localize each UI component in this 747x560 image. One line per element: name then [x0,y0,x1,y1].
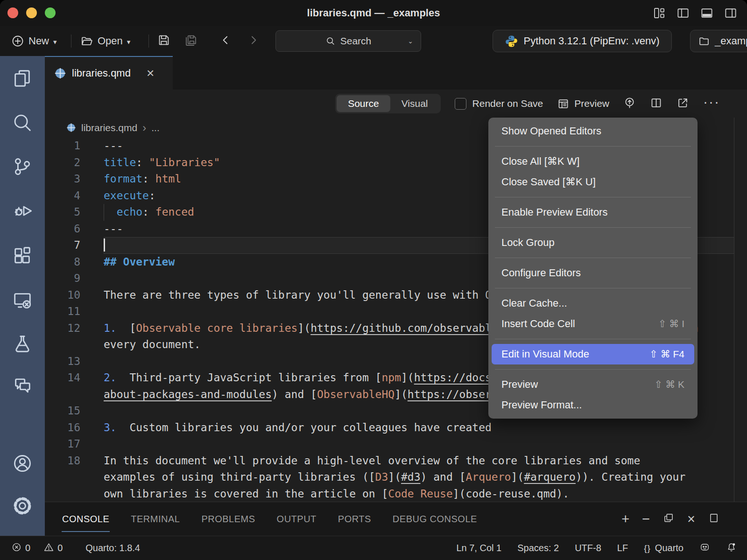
preview-button[interactable]: Preview [557,98,609,110]
testing-icon[interactable] [12,333,33,355]
panel-actions: + − × [621,502,720,536]
editor-context-menu: Show Opened EditorsClose All [⌘K W]Close… [488,118,698,419]
app-window: libraries.qmd — _examples New ▾ Open ▾ [0,0,747,560]
new-label: New [28,35,49,47]
menu-item[interactable]: Enable Preview Editors [488,202,698,223]
close-panel-icon[interactable]: × [687,512,695,526]
menu-item[interactable]: Clear Cache... [488,293,698,314]
code-text: format: html [104,171,181,188]
python-icon [505,35,518,48]
menu-item-shortcut: ⇧ ⌘ I [658,318,684,329]
panel-tab-debug-console[interactable]: DEBUG CONSOLE [382,502,488,536]
editor-actions-bar: Source Visual Render on Save Preview ··· [45,90,747,118]
menu-item[interactable]: Edit in Visual Mode⇧ ⌘ F4 [492,344,694,364]
new-console-plus-icon[interactable]: + [621,512,629,526]
search-input[interactable]: Search ⌄ [275,30,421,52]
panel-tab-terminal[interactable]: TERMINAL [120,502,190,536]
customize-layout-icon[interactable] [652,6,666,22]
restore-panel-icon[interactable] [662,512,675,526]
warning-icon[interactable] [43,542,54,555]
interpreter-selector[interactable]: Python 3.12.1 (PipEnv: .venv) [493,30,672,52]
folder-icon [698,35,710,47]
breadcrumb-file[interactable]: libraries.qmd [81,122,137,133]
activity-bar [0,56,45,536]
open-button[interactable]: Open ▾ [80,35,130,48]
panel-tab-output[interactable]: OUTPUT [266,502,327,536]
indentation[interactable]: Spaces: 2 [517,543,559,553]
new-button[interactable]: New ▾ [11,35,57,48]
notifications-bell-icon[interactable] [726,542,737,555]
menu-item[interactable]: Close All [⌘K W] [488,151,698,172]
quarto-file-icon [54,67,66,79]
close-tab-icon[interactable]: × [147,67,154,80]
toggle-primary-sidebar-icon[interactable] [676,6,690,22]
render-document-button[interactable] [623,97,636,111]
menu-item[interactable]: Configure Editors [488,263,698,283]
panel-tab-ports[interactable]: PORTS [327,502,382,536]
menu-item-shortcut: ⇧ ⌘ F4 [649,349,684,360]
line-number: 16 [45,420,80,436]
settings-gear-icon[interactable] [12,495,33,517]
line-number: 9 [45,270,80,287]
menu-divider [495,369,691,370]
split-editor-icon [650,97,662,109]
explorer-icon[interactable] [12,68,33,89]
panel-layout-icon[interactable] [708,512,720,526]
save-button[interactable] [157,33,171,49]
encoding[interactable]: UTF-8 [575,543,601,553]
render-on-save-checkbox[interactable] [455,98,466,110]
menu-item[interactable]: Insert Code Cell⇧ ⌘ I [488,314,698,334]
open-in-new-window-button[interactable] [677,97,689,111]
code-row[interactable]: 17 [45,436,747,453]
search-sidebar-icon[interactable] [12,112,33,133]
render-on-save-control[interactable]: Render on Save [455,98,543,110]
navigate-back-button[interactable] [218,33,233,49]
menu-item[interactable]: Lock Group [488,232,698,253]
visual-mode-button[interactable]: Visual [390,95,439,112]
breadcrumb-more[interactable]: ... [151,122,160,133]
tab-libraries-qmd[interactable]: libraries.qmd × [45,56,173,90]
quarto-version[interactable]: Quarto: 1.8.4 [85,543,140,553]
account-icon[interactable] [12,453,33,474]
warning-count[interactable]: 0 [57,543,63,553]
code-row[interactable]: 18In this document we'll provide a high-… [45,453,747,469]
comments-icon[interactable] [12,375,33,396]
interpreter-label: Python 3.12.1 (PipEnv: .venv) [523,35,659,47]
code-row[interactable]: examples of using third-party libraries … [45,469,747,486]
plus-circle-icon [11,35,24,48]
menu-item-label: Show Opened Editors [501,125,601,137]
line-number [45,469,80,486]
line-number: 14 [45,370,80,386]
cursor-position[interactable]: Ln 7, Col 1 [456,543,501,553]
code-row[interactable]: 163. Custom libraries you and/or your co… [45,420,747,436]
code-row[interactable]: own libraries is covered in the article … [45,486,747,502]
split-editor-button[interactable] [650,97,662,111]
menu-item-label: Preview [501,378,538,391]
error-icon[interactable] [11,542,22,555]
menu-item[interactable]: Preview Format... [488,395,698,415]
run-debug-icon[interactable] [12,200,33,222]
error-count[interactable]: 0 [25,543,30,553]
minimize-panel-icon[interactable]: − [642,512,650,526]
braces-icon: {} [644,543,651,553]
sessions-icon[interactable] [12,289,33,311]
menu-item[interactable]: Show Opened Editors [488,121,698,141]
code-text: own libraries is covered in the article … [104,486,569,502]
menu-item[interactable]: Close Saved [⌘K U] [488,172,698,192]
navigate-forward-button[interactable] [247,33,261,49]
toggle-panel-icon[interactable] [700,6,714,22]
copilot-icon[interactable] [699,542,710,555]
language-mode[interactable]: {} Quarto [644,543,684,553]
editor-scrollbar-track[interactable] [734,118,734,502]
extensions-icon[interactable] [12,245,33,266]
panel-tab-console[interactable]: CONSOLE [51,502,120,536]
line-number: 5 [45,204,80,221]
toggle-secondary-sidebar-icon[interactable] [724,6,738,22]
source-control-icon[interactable] [12,156,33,177]
source-mode-button[interactable]: Source [337,95,390,112]
menu-item[interactable]: Preview⇧ ⌘ K [488,374,698,395]
save-all-button[interactable] [184,33,198,49]
eol-sequence[interactable]: LF [617,543,628,553]
panel-tab-problems[interactable]: PROBLEMS [190,502,266,536]
project-button[interactable]: _examples [690,30,747,52]
